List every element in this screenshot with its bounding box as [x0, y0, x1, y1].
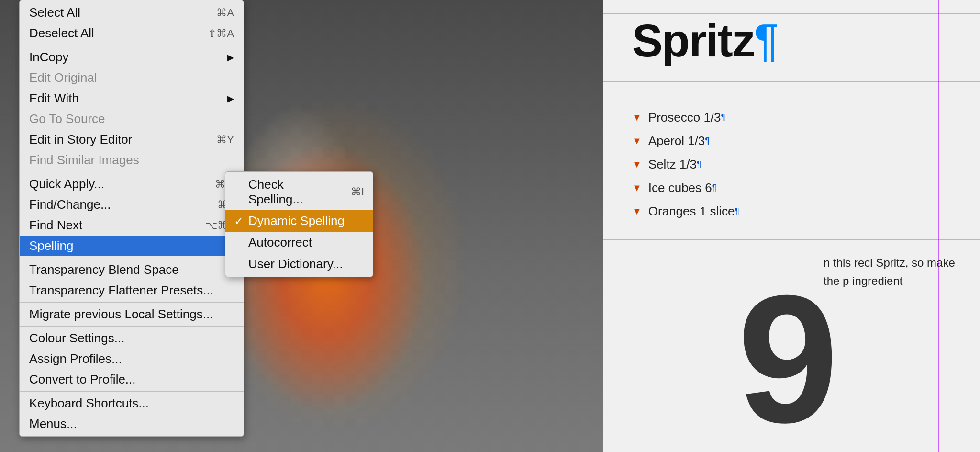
submenu-item-autocorrect[interactable]: ✓Autocorrect — [225, 232, 373, 253]
spelling-submenu: ✓Check Spelling...⌘I✓Dynamic Spelling✓Au… — [225, 171, 373, 277]
menu-item-quick-apply[interactable]: Quick Apply...⌘↩ — [20, 174, 244, 194]
menu-label-deselect-all: Deselect All — [29, 26, 193, 41]
check-mark-dynamic-spelling: ✓ — [234, 215, 244, 228]
submenu-arrow-incopy: ▶ — [227, 52, 234, 63]
ingredient-label: Oranges 1 slice — [648, 204, 735, 219]
title-text: Spritz — [632, 15, 754, 66]
ingredient-icon: ▼ — [632, 159, 642, 170]
menu-shortcut-select-all: ⌘A — [216, 7, 234, 19]
menu-label-transparency-blend-space: Transparency Blend Space — [29, 262, 223, 277]
ingredient-item: ▼Ice cubes 6¶ — [632, 181, 739, 195]
para-mark: ¶ — [705, 136, 710, 146]
menu-item-find-next[interactable]: Find Next⌥⌘F — [20, 215, 244, 236]
menu-label-colour-settings: Colour Settings... — [29, 331, 234, 346]
para-mark: ¶ — [721, 113, 726, 123]
submenu-item-user-dictionary[interactable]: ✓User Dictionary... — [225, 253, 373, 275]
text-snippet: n this reci Spritz, so make the p ingred… — [824, 254, 967, 291]
menu-separator — [20, 172, 244, 172]
submenu-label-autocorrect: Autocorrect — [248, 235, 364, 250]
para-mark: ¶ — [735, 206, 739, 216]
menu-separator — [20, 258, 244, 258]
menu-item-keyboard-shortcuts[interactable]: Keyboard Shortcuts... — [20, 393, 244, 414]
h-guide-1 — [603, 13, 980, 14]
menu-label-go-to-source: Go To Source — [29, 112, 234, 126]
v-guide-right-2 — [938, 0, 939, 452]
ingredient-icon: ▼ — [632, 182, 642, 193]
ingredient-list: ▼Prosecco 1/3¶▼Aperol 1/3¶▼Seltz 1/3¶▼Ic… — [632, 110, 739, 227]
ingredient-item: ▼Seltz 1/3¶ — [632, 157, 739, 172]
menu-item-spelling[interactable]: Spelling▶ — [20, 236, 244, 256]
menu-item-edit-with[interactable]: Edit With▶ — [20, 88, 244, 109]
menu-item-migrate-previous-local-settings[interactable]: Migrate previous Local Settings... — [20, 304, 244, 325]
menu-item-select-all[interactable]: Select All⌘A — [20, 2, 244, 23]
menu-item-go-to-source: Go To Source — [20, 109, 244, 129]
guide-line-v3 — [541, 0, 541, 452]
menu-separator — [20, 302, 244, 303]
menu-item-deselect-all[interactable]: Deselect All⇧⌘A — [20, 23, 244, 44]
menu-item-convert-to-profile[interactable]: Convert to Profile... — [20, 369, 244, 390]
menu-label-migrate-previous-local-settings: Migrate previous Local Settings... — [29, 307, 234, 322]
submenu-label-user-dictionary: User Dictionary... — [248, 257, 364, 271]
menu-label-select-all: Select All — [29, 5, 202, 20]
menu-label-find-similar-images: Find Similar Images — [29, 153, 234, 168]
ingredient-icon: ▼ — [632, 206, 642, 217]
menu-shortcut-edit-in-story-editor: ⌘Y — [216, 134, 234, 146]
deco-number: 9 — [737, 268, 838, 450]
ingredient-item: ▼Oranges 1 slice¶ — [632, 204, 739, 219]
menu-item-find-similar-images: Find Similar Images — [20, 150, 244, 170]
ingredient-label: Seltz 1/3 — [648, 157, 697, 172]
menu-separator — [20, 391, 244, 392]
context-menu: Select All⌘ADeselect All⇧⌘AInCopy▶Edit O… — [19, 0, 244, 437]
menu-item-edit-original: Edit Original — [20, 68, 244, 88]
menu-item-edit-in-story-editor[interactable]: Edit in Story Editor⌘Y — [20, 129, 244, 150]
menu-label-menus: Menus... — [29, 417, 234, 431]
menu-label-edit-in-story-editor: Edit in Story Editor — [29, 132, 202, 147]
menu-label-find-next: Find Next — [29, 218, 191, 233]
ingredient-item: ▼Prosecco 1/3¶ — [632, 110, 739, 125]
title-cursor: ¶ — [754, 15, 778, 66]
menu-separator — [20, 45, 244, 45]
submenu-item-check-spelling[interactable]: ✓Check Spelling...⌘I — [225, 174, 373, 210]
ingredient-icon: ▼ — [632, 136, 642, 147]
menu-label-edit-original: Edit Original — [29, 70, 234, 85]
menu-label-find-change: Find/Change... — [29, 197, 203, 212]
menu-label-incopy: InCopy — [29, 50, 223, 65]
ingredient-item: ▼Aperol 1/3¶ — [632, 134, 739, 148]
menu-shortcut-deselect-all: ⇧⌘A — [208, 27, 234, 40]
ingredient-icon: ▼ — [632, 112, 642, 123]
document-panel: Spritz¶ ▼Prosecco 1/3¶▼Aperol 1/3¶▼Seltz… — [603, 0, 980, 452]
menu-label-spelling: Spelling — [29, 238, 223, 253]
para-mark: ¶ — [712, 183, 717, 193]
menu-item-transparency-blend-space[interactable]: Transparency Blend Space▶ — [20, 260, 244, 280]
menu-separator — [20, 326, 244, 327]
menu-item-colour-settings[interactable]: Colour Settings... — [20, 328, 244, 349]
menu-label-quick-apply: Quick Apply... — [29, 177, 200, 192]
menu-label-keyboard-shortcuts: Keyboard Shortcuts... — [29, 396, 234, 411]
menu-label-transparency-flattener-presets: Transparency Flattener Presets... — [29, 283, 234, 298]
menu-item-transparency-flattener-presets[interactable]: Transparency Flattener Presets... — [20, 280, 244, 301]
menu-item-incopy[interactable]: InCopy▶ — [20, 47, 244, 68]
h-guide-3 — [603, 239, 980, 240]
menu-label-assign-profiles: Assign Profiles... — [29, 351, 234, 366]
submenu-label-dynamic-spelling: Dynamic Spelling — [248, 214, 364, 228]
document-title: Spritz¶ — [632, 14, 778, 67]
submenu-arrow-edit-with: ▶ — [227, 93, 234, 104]
ingredient-label: Aperol 1/3 — [648, 134, 705, 148]
submenu-label-check-spelling: Check Spelling... — [248, 177, 336, 207]
menu-label-convert-to-profile: Convert to Profile... — [29, 372, 234, 387]
submenu-item-dynamic-spelling[interactable]: ✓Dynamic Spelling — [225, 210, 373, 232]
submenu-shortcut-check-spelling: ⌘I — [351, 186, 364, 198]
h-guide-2 — [603, 81, 980, 82]
menu-item-menus[interactable]: Menus... — [20, 414, 244, 434]
menu-item-assign-profiles[interactable]: Assign Profiles... — [20, 349, 244, 369]
menu-item-find-change[interactable]: Find/Change...⌘F — [20, 194, 244, 215]
menu-label-edit-with: Edit With — [29, 91, 223, 106]
para-mark: ¶ — [697, 159, 702, 170]
v-guide-right-1 — [625, 0, 625, 452]
ingredient-label: Prosecco 1/3 — [648, 110, 721, 125]
ingredient-label: Ice cubes 6 — [648, 181, 712, 195]
